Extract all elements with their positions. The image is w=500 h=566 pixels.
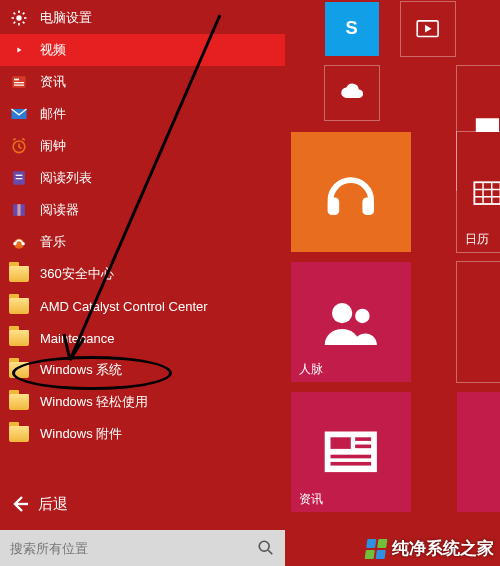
folder-icon bbox=[8, 295, 30, 317]
folder-icon bbox=[8, 359, 30, 381]
tile-unknown[interactable] bbox=[457, 262, 500, 382]
svg-rect-25 bbox=[331, 455, 372, 459]
menu-item-music[interactable]: 音乐 bbox=[0, 226, 285, 258]
play-circle-icon bbox=[412, 13, 443, 44]
tile-zixun[interactable]: 资讯 bbox=[291, 392, 411, 512]
gear-icon bbox=[8, 7, 30, 29]
svg-point-21 bbox=[332, 303, 352, 323]
menu-item-label: Windows 系统 bbox=[40, 361, 277, 379]
tile-label: 人脉 bbox=[299, 361, 323, 378]
svg-rect-26 bbox=[331, 462, 372, 466]
tile-onedrive[interactable] bbox=[325, 66, 379, 120]
menu-item-label: Windows 附件 bbox=[40, 425, 277, 443]
tile-video-tile[interactable] bbox=[401, 2, 455, 56]
menu-item-windows-accessories[interactable]: Windows 附件 bbox=[0, 418, 285, 450]
apps-list: 电脑设置视频资讯邮件闹钟阅读列表阅读器音乐360安全中心AMD Catalyst… bbox=[0, 0, 285, 482]
menu-item-label: 电脑设置 bbox=[40, 9, 277, 27]
menu-item-label: 闹钟 bbox=[40, 137, 277, 155]
tile-music-tile[interactable] bbox=[291, 132, 411, 252]
menu-item-reader[interactable]: 阅读器 bbox=[0, 194, 285, 226]
news-icon bbox=[8, 71, 30, 93]
menu-item-360-security[interactable]: 360安全中心 bbox=[0, 258, 285, 290]
play-icon bbox=[8, 39, 30, 61]
watermark-logo-icon bbox=[365, 539, 388, 559]
arrow-left-icon bbox=[10, 494, 38, 514]
back-label: 后退 bbox=[38, 495, 68, 514]
menu-item-label: 阅读列表 bbox=[40, 169, 277, 187]
svg-rect-4 bbox=[14, 82, 24, 83]
music-icon bbox=[8, 231, 30, 253]
calendar-icon bbox=[470, 175, 500, 210]
start-menu-apps-column: 电脑设置视频资讯邮件闹钟阅读列表阅读器音乐360安全中心AMD Catalyst… bbox=[0, 0, 285, 566]
menu-item-windows-system[interactable]: Windows 系统 bbox=[0, 354, 285, 386]
menu-item-label: 资讯 bbox=[40, 73, 277, 91]
menu-item-label: 邮件 bbox=[40, 105, 277, 123]
tile-unknown2[interactable] bbox=[457, 392, 500, 512]
skype-icon: S bbox=[336, 13, 367, 44]
svg-point-12 bbox=[13, 242, 16, 245]
menu-item-maintenance[interactable]: Maintenance bbox=[0, 322, 285, 354]
rlist-icon bbox=[8, 167, 30, 189]
folder-icon bbox=[8, 391, 30, 413]
folder-icon bbox=[8, 423, 30, 445]
search-bar bbox=[0, 530, 285, 566]
search-icon bbox=[257, 539, 275, 557]
book-icon bbox=[8, 199, 30, 221]
menu-item-mail[interactable]: 邮件 bbox=[0, 98, 285, 130]
svg-rect-28 bbox=[355, 445, 371, 449]
svg-point-14 bbox=[259, 541, 269, 551]
menu-item-pc-settings[interactable]: 电脑设置 bbox=[0, 2, 285, 34]
menu-item-label: 视频 bbox=[40, 41, 277, 59]
tile-people[interactable]: 人脉 bbox=[291, 262, 411, 382]
svg-rect-9 bbox=[16, 175, 23, 176]
svg-rect-10 bbox=[16, 178, 23, 179]
watermark: 纯净系统之家 bbox=[366, 537, 494, 560]
menu-item-alarm[interactable]: 闹钟 bbox=[0, 130, 285, 162]
people-icon bbox=[316, 287, 386, 357]
menu-item-video[interactable]: 视频 bbox=[0, 34, 285, 66]
menu-item-windows-ease[interactable]: Windows 轻松使用 bbox=[0, 386, 285, 418]
mail-icon bbox=[8, 103, 30, 125]
menu-item-label: Windows 轻松使用 bbox=[40, 393, 277, 411]
menu-item-amd-ccc[interactable]: AMD Catalyst Control Center bbox=[0, 290, 285, 322]
svg-rect-27 bbox=[355, 438, 371, 442]
watermark-text: 纯净系统之家 bbox=[392, 537, 494, 560]
svg-rect-20 bbox=[474, 182, 500, 204]
tiles-grid: SWindows Feedback日历人脉资讯 bbox=[291, 0, 500, 566]
news-big-icon bbox=[316, 417, 386, 487]
svg-point-22 bbox=[355, 309, 369, 323]
svg-rect-24 bbox=[331, 438, 351, 450]
svg-point-0 bbox=[16, 15, 21, 20]
tile-calendar[interactable]: 日历 bbox=[457, 132, 500, 252]
svg-rect-5 bbox=[14, 85, 24, 86]
svg-text:S: S bbox=[346, 17, 358, 38]
search-input[interactable] bbox=[0, 530, 247, 566]
svg-rect-19 bbox=[363, 198, 375, 215]
alarm-icon bbox=[8, 135, 30, 157]
menu-item-label: 阅读器 bbox=[40, 201, 277, 219]
tile-label: 日历 bbox=[465, 231, 489, 248]
menu-item-label: AMD Catalyst Control Center bbox=[40, 299, 277, 314]
svg-point-13 bbox=[22, 242, 25, 245]
tile-skype[interactable]: S bbox=[325, 2, 379, 56]
menu-item-reading-list[interactable]: 阅读列表 bbox=[0, 162, 285, 194]
svg-rect-18 bbox=[328, 198, 340, 215]
search-button[interactable] bbox=[247, 530, 285, 566]
menu-item-label: 360安全中心 bbox=[40, 265, 277, 283]
headphones-icon bbox=[316, 157, 386, 227]
cloud-icon bbox=[336, 77, 367, 108]
menu-item-label: Maintenance bbox=[40, 331, 277, 346]
menu-item-label: 音乐 bbox=[40, 233, 277, 251]
tile-label: 资讯 bbox=[299, 491, 323, 508]
start-tiles-column: SWindows Feedback日历人脉资讯 bbox=[285, 0, 500, 566]
svg-rect-3 bbox=[14, 79, 19, 81]
folder-icon bbox=[8, 263, 30, 285]
back-button[interactable]: 后退 bbox=[0, 482, 285, 526]
menu-item-news[interactable]: 资讯 bbox=[0, 66, 285, 98]
folder-icon bbox=[8, 327, 30, 349]
